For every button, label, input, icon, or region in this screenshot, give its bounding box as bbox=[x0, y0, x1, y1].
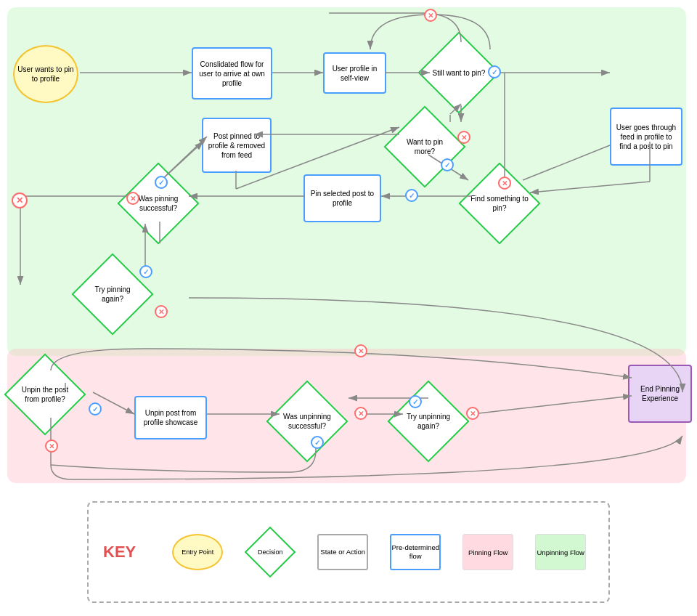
consolidated-label: Conslidated flow for user to arrive at o… bbox=[193, 57, 271, 91]
unpinning-no-icon: ✕ bbox=[354, 407, 367, 420]
user-feed-label: User goes through feed in profile to fin… bbox=[611, 120, 681, 154]
pin-selected-label: Pin selected post to profile bbox=[305, 186, 380, 211]
key-predetermined: Pre-determined flow bbox=[390, 534, 441, 570]
end-pinning-node: End Pinning Experience bbox=[628, 365, 692, 423]
still-want-no-icon: ✕ bbox=[424, 9, 437, 22]
key-predetermined-label: Pre-determined flow bbox=[391, 543, 439, 562]
try-pinning-diamond: Try pinning again? bbox=[83, 265, 147, 329]
want-more-label: Want to pin more? bbox=[396, 137, 454, 156]
unpin-top-no-icon: ✕ bbox=[354, 344, 367, 357]
unpinning-yes-icon: ✓ bbox=[311, 436, 324, 449]
unpin-action-node: Unpin post from profile showcase bbox=[134, 396, 207, 439]
key-entry-point: Entry Point bbox=[172, 534, 223, 570]
try-unpinning-no-icon: ✕ bbox=[466, 407, 479, 420]
try-pinning-label: Try pinning again? bbox=[83, 285, 142, 304]
try-unpinning-yes-icon: ✓ bbox=[409, 395, 422, 408]
pinning-no-icon: ✕ bbox=[126, 192, 139, 205]
consolidated-node: Conslidated flow for user to arrive at o… bbox=[192, 47, 272, 100]
pin-selected-node: Pin selected post to profile bbox=[303, 174, 381, 222]
still-want-label: Still want to pin? bbox=[433, 68, 486, 78]
end-pinning-label: End Pinning Experience bbox=[629, 381, 690, 406]
key-unpinning-flow: Unpinning Flow bbox=[535, 534, 586, 570]
find-yes-icon: ✓ bbox=[405, 189, 418, 202]
key-state-label: State or Action bbox=[320, 548, 365, 556]
entry-label: User wants to pin to profile bbox=[15, 62, 77, 86]
key-state-shape: State or Action bbox=[317, 534, 368, 570]
key-pinning-flow: Pinning Flow bbox=[462, 534, 513, 570]
find-no-icon: ✕ bbox=[498, 177, 511, 190]
pinning-yes-icon: ✓ bbox=[155, 176, 168, 189]
key-predetermined-shape: Pre-determined flow bbox=[390, 534, 441, 570]
key-oval-shape: Entry Point bbox=[172, 534, 223, 570]
user-profile-node: User profile in self-view bbox=[323, 52, 386, 94]
key-diamond-shape: Decision bbox=[245, 527, 295, 578]
post-pinned-node: Post pinned to profile & removed from fe… bbox=[202, 118, 272, 173]
was-unpinning-diamond: Was unpinning successful? bbox=[278, 392, 347, 461]
unpin-post-diamond: Unpin the post from profile? bbox=[16, 365, 86, 435]
try-pinning-no-icon: ✕ bbox=[155, 305, 168, 318]
still-want-diamond: Still want to pin? bbox=[430, 44, 494, 108]
was-unpinning-label: Was unpinning successful? bbox=[278, 412, 336, 431]
post-pinned-label: Post pinned to profile & removed from fe… bbox=[203, 129, 270, 163]
want-more-yes-icon: ✓ bbox=[441, 158, 454, 171]
key-decision-label: Decision bbox=[258, 548, 283, 556]
want-more-diamond: Want to pin more? bbox=[396, 118, 460, 182]
unpin-no-icon: ✕ bbox=[45, 439, 58, 453]
entry-point-node: User wants to pin to profile bbox=[13, 45, 78, 103]
unpin-yes-icon: ✓ bbox=[89, 402, 102, 416]
key-title: KEY bbox=[103, 543, 136, 561]
key-pinning-shape: Pinning Flow bbox=[462, 534, 513, 570]
key-entry-label: Entry Point bbox=[182, 548, 213, 556]
unpin-action-label: Unpin post from profile showcase bbox=[136, 405, 205, 430]
unpin-post-label: Unpin the post from profile? bbox=[16, 385, 74, 404]
key-decision: Decision bbox=[245, 527, 295, 578]
diagram-container: User wants to pin to profile Conslidated… bbox=[0, 0, 697, 616]
want-more-no-icon: ✕ bbox=[457, 131, 470, 144]
key-pinning-label: Pinning Flow bbox=[468, 548, 508, 556]
try-pinning-yes-icon: ✓ bbox=[139, 265, 152, 278]
key-unpinning-shape: Unpinning Flow bbox=[535, 534, 586, 570]
user-feed-node: User goes through feed in profile to fin… bbox=[610, 108, 682, 166]
big-x-left-icon: ✕ bbox=[12, 192, 28, 208]
still-want-yes-icon: ✓ bbox=[488, 65, 501, 78]
user-profile-label: User profile in self-view bbox=[325, 61, 385, 86]
try-unpinning-label: Try unpinning again? bbox=[399, 412, 457, 431]
key-area: KEY Entry Point Decision State or Action… bbox=[87, 501, 610, 603]
find-something-label: Find something to pin? bbox=[470, 194, 529, 213]
key-unpinning-label: Unpinning Flow bbox=[537, 548, 584, 556]
key-state-action: State or Action bbox=[317, 534, 368, 570]
